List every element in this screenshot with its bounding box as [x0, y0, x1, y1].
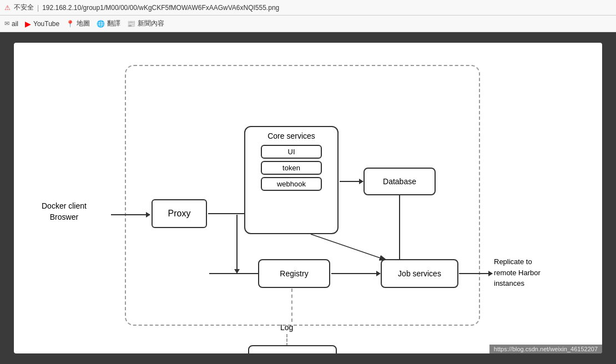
- arrow-docker-to-proxy: [111, 214, 150, 215]
- docker-line1: Docker client: [42, 201, 87, 212]
- registry-label: Registry: [280, 269, 308, 278]
- proxy-box: Proxy: [152, 199, 207, 228]
- bookmark-news[interactable]: 📰 新聞內容: [127, 19, 164, 28]
- arrow-database-to-jobs: [399, 195, 400, 266]
- bookmark-translate-label: 翻譯: [107, 19, 120, 28]
- mail-icon: ✉: [4, 20, 9, 27]
- core-services-box: Core services UI token webhook: [244, 126, 339, 234]
- security-icon: ⚠: [4, 4, 11, 12]
- maps-icon: 📍: [66, 20, 74, 28]
- job-services-box: Job services: [381, 259, 458, 288]
- arrow-jobs-to-replicate: [459, 273, 492, 274]
- log-collector-box: Log collector: [248, 345, 337, 353]
- docker-client-label: Docker client Broswer: [42, 201, 87, 223]
- arrow-proxy-to-registry-vertical: [236, 215, 238, 273]
- log-dashed-arrow: [291, 289, 292, 322]
- replicate-line1: Replicate to: [494, 256, 541, 267]
- bookmark-youtube[interactable]: ▶ YouTube: [25, 19, 59, 28]
- content-area: Docker client Broswer Proxy Core service…: [0, 32, 616, 364]
- arrow-registry-to-jobs: [331, 273, 380, 274]
- bookmark-mail-label: ail: [12, 20, 18, 28]
- core-item-webhook: webhook: [261, 177, 322, 191]
- url-text: 192.168.2.10/group1/M00/00/00/wKgCKF5fMO…: [42, 4, 279, 12]
- arrow-core-to-database: [340, 181, 363, 182]
- database-label: Database: [383, 177, 416, 186]
- registry-box: Registry: [258, 259, 330, 288]
- status-url: https://blog.csdn.net/weixin_46152207: [494, 346, 598, 352]
- bookmark-maps-label: 地圖: [77, 19, 90, 28]
- status-bar: https://blog.csdn.net/weixin_46152207: [489, 345, 602, 353]
- bookmark-news-label: 新聞內容: [138, 19, 164, 28]
- arrow-to-registry: [209, 273, 264, 274]
- bookmark-translate[interactable]: 🌐 翻譯: [97, 19, 120, 28]
- news-icon: 📰: [127, 20, 135, 28]
- core-item-token: token: [261, 161, 322, 175]
- core-services-title: Core services: [245, 127, 337, 143]
- replicate-line2: remote Harbor: [494, 267, 541, 279]
- job-services-label: Job services: [398, 269, 441, 278]
- docker-line2: Broswer: [42, 212, 87, 223]
- proxy-label: Proxy: [168, 209, 191, 219]
- log-collector-label: Log collector: [270, 353, 314, 353]
- translate-icon: 🌐: [97, 20, 105, 28]
- core-item-ui: UI: [261, 145, 322, 159]
- core-services-items: UI token webhook: [245, 143, 337, 193]
- bookmark-mail[interactable]: ✉ ail: [4, 20, 18, 28]
- bookmark-youtube-label: YouTube: [33, 20, 59, 28]
- security-label: 不安全: [14, 3, 34, 12]
- log-label: Log: [280, 323, 293, 332]
- replicate-label: Replicate to remote Harbor instances: [494, 256, 541, 289]
- browser-address-bar: ⚠ 不安全 | 192.168.2.10/group1/M00/00/00/wK…: [0, 0, 616, 16]
- bookmark-maps[interactable]: 📍 地圖: [66, 19, 90, 28]
- replicate-line3: instances: [494, 278, 541, 289]
- database-box: Database: [363, 168, 436, 195]
- diagram-container: Docker client Broswer Proxy Core service…: [14, 43, 602, 353]
- bookmarks-bar: ✉ ail ▶ YouTube 📍 地圖 🌐 翻譯 📰 新聞內容: [0, 16, 616, 32]
- youtube-icon: ▶: [25, 19, 31, 28]
